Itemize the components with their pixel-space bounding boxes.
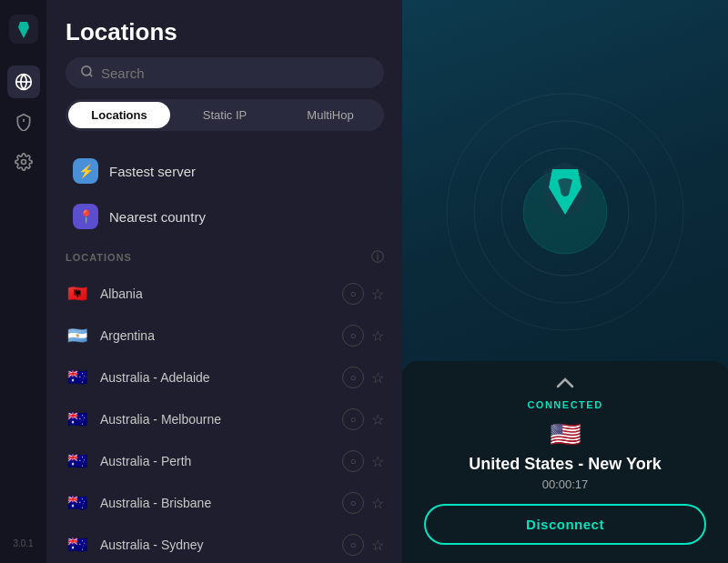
fastest-server-label: Fastest server xyxy=(109,164,196,179)
nearest-country-icon: 📍 xyxy=(73,204,98,229)
list-item[interactable]: 🇦🇺 Australia - Melbourne ○ ☆ xyxy=(47,398,402,440)
country-actions: ○ ☆ xyxy=(342,534,384,556)
server-select-button[interactable]: ○ xyxy=(342,492,364,514)
server-select-button[interactable]: ○ xyxy=(342,534,364,556)
favorite-button[interactable]: ☆ xyxy=(371,286,384,303)
favorite-button[interactable]: ☆ xyxy=(371,495,384,512)
info-icon[interactable]: ⓘ xyxy=(371,249,384,266)
country-actions: ○ ☆ xyxy=(342,408,384,430)
server-select-button[interactable]: ○ xyxy=(342,367,364,388)
country-flag: 🇦🇱 xyxy=(66,282,89,306)
sidebar: 3.0.1 xyxy=(0,0,47,563)
svg-point-5 xyxy=(21,160,25,165)
server-select-button[interactable]: ○ xyxy=(342,408,364,430)
country-flag: 🇦🇺 xyxy=(66,366,89,389)
connected-card: CONNECTED 🇺🇸 United States - New York 00… xyxy=(402,361,728,563)
nearest-country-item[interactable]: 📍 Nearest country xyxy=(55,195,395,238)
country-flag: 🇦🇷 xyxy=(66,324,89,347)
right-panel: CONNECTED 🇺🇸 United States - New York 00… xyxy=(402,0,728,563)
surfshark-logo xyxy=(540,160,591,222)
disconnect-button[interactable]: Disconnect xyxy=(424,504,706,545)
list-item[interactable]: 🇦🇺 Australia - Adelaide ○ ☆ xyxy=(47,357,402,398)
country-list: 🇦🇱 Albania ○ ☆ 🇦🇷 Argentina ○ ☆ 🇦🇺 Austr… xyxy=(47,273,402,563)
tab-static-ip[interactable]: Static IP xyxy=(174,102,276,128)
pin-icon: 📍 xyxy=(78,209,94,224)
panel-title: Locations xyxy=(66,18,384,46)
server-select-button[interactable]: ○ xyxy=(342,283,364,305)
country-name: Australia - Adelaide xyxy=(100,370,331,385)
country-flag: 🇦🇺 xyxy=(66,407,89,431)
sidebar-settings-icon[interactable] xyxy=(7,146,40,178)
svg-point-6 xyxy=(82,66,91,75)
connection-time: 00:00:17 xyxy=(424,478,706,491)
country-actions: ○ ☆ xyxy=(342,325,384,347)
location-list: ⚡ Fastest server 📍 Nearest country LOCAT… xyxy=(47,140,402,563)
server-select-button[interactable]: ○ xyxy=(342,325,364,347)
country-name: Australia - Brisbane xyxy=(100,496,331,510)
country-name: Australia - Sydney xyxy=(100,538,331,552)
tab-bar: Locations Static IP MultiHop xyxy=(66,99,384,131)
search-icon xyxy=(80,65,94,81)
location-header: Locations Locations Static IP MultiHop xyxy=(47,0,402,140)
country-name: Australia - Perth xyxy=(100,454,331,468)
section-title: LOCATIONS xyxy=(66,252,132,263)
list-item[interactable]: 🇦🇷 Argentina ○ ☆ xyxy=(47,315,402,357)
locations-section-header: LOCATIONS ⓘ xyxy=(47,242,402,273)
country-actions: ○ ☆ xyxy=(342,492,384,514)
country-flag: 🇦🇺 xyxy=(66,449,89,473)
country-actions: ○ ☆ xyxy=(342,450,384,472)
country-name: Australia - Melbourne xyxy=(100,412,331,427)
favorite-button[interactable]: ☆ xyxy=(371,411,384,428)
app-version: 3.0.1 xyxy=(13,538,33,548)
country-name: Albania xyxy=(100,287,331,301)
list-item[interactable]: 🇦🇺 Australia - Perth ○ ☆ xyxy=(47,440,402,482)
favorite-button[interactable]: ☆ xyxy=(371,369,384,387)
fastest-server-item[interactable]: ⚡ Fastest server xyxy=(55,149,395,193)
sidebar-shield-icon[interactable] xyxy=(7,106,40,138)
list-item[interactable]: 🇦🇺 Australia - Sydney ○ ☆ xyxy=(47,524,402,563)
nearest-country-label: Nearest country xyxy=(109,209,206,225)
location-panel: Locations Locations Static IP MultiHop ⚡… xyxy=(47,0,402,563)
country-actions: ○ ☆ xyxy=(342,367,384,388)
favorite-button[interactable]: ☆ xyxy=(371,453,384,470)
fastest-server-icon: ⚡ xyxy=(73,158,98,184)
favorite-button[interactable]: ☆ xyxy=(371,327,384,345)
country-name: Argentina xyxy=(100,328,331,343)
connection-status: CONNECTED xyxy=(424,399,706,410)
country-flag: 🇦🇺 xyxy=(66,491,89,515)
connected-flag: 🇺🇸 xyxy=(424,419,706,449)
app-logo xyxy=(9,15,38,44)
sidebar-locations-icon[interactable] xyxy=(7,65,40,98)
search-bar xyxy=(66,57,384,88)
search-input[interactable] xyxy=(101,65,369,81)
list-item[interactable]: 🇦🇱 Albania ○ ☆ xyxy=(47,273,402,315)
country-flag: 🇦🇺 xyxy=(66,533,89,557)
chevron-up-icon[interactable] xyxy=(424,376,706,392)
svg-line-7 xyxy=(89,74,92,76)
country-actions: ○ ☆ xyxy=(342,283,384,305)
favorite-button[interactable]: ☆ xyxy=(371,537,384,554)
bolt-icon: ⚡ xyxy=(78,164,94,178)
list-item[interactable]: 🇦🇺 Australia - Brisbane ○ ☆ xyxy=(47,482,402,524)
server-select-button[interactable]: ○ xyxy=(342,450,364,472)
connected-location: United States - New York xyxy=(424,455,706,474)
tab-locations[interactable]: Locations xyxy=(68,102,170,128)
tab-multihop[interactable]: MultiHop xyxy=(279,102,381,128)
